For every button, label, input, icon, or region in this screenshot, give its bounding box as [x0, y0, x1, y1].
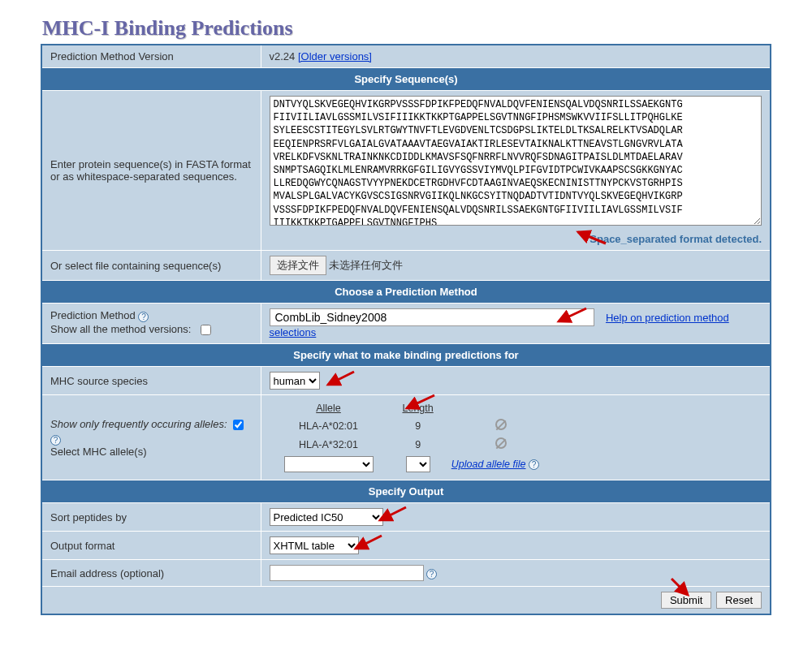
section-method: Choose a Prediction Method [41, 281, 771, 304]
method-label-cell: Prediction Method ? Show all the method … [41, 304, 261, 344]
email-cell: ? [261, 560, 771, 587]
show-versions-checkbox[interactable] [201, 325, 211, 335]
file-status: 未选择任何文件 [329, 259, 403, 271]
allele-data-row: HLA-A*32:01 9 [270, 435, 554, 454]
red-arrow-icon [377, 506, 408, 523]
section-binding: Specify what to make binding predictions… [41, 344, 771, 367]
older-versions-link[interactable]: [Older versions] [298, 50, 372, 62]
sort-label: Sort peptides by [41, 503, 261, 532]
length-cell: 9 [388, 435, 448, 454]
red-arrow-icon [404, 394, 436, 411]
sort-select[interactable]: Predicted IC50 [270, 508, 383, 526]
format-select[interactable]: XHTML table [270, 536, 359, 554]
section-binding-label: Specify what to make binding predictions… [41, 344, 771, 367]
section-method-label: Choose a Prediction Method [41, 281, 771, 304]
show-versions-label: Show all the method versions: [50, 322, 191, 334]
red-arrow-icon [352, 534, 383, 552]
format-label: Output format [41, 532, 261, 560]
help-icon[interactable]: ? [50, 435, 61, 446]
help-icon[interactable]: ? [529, 459, 539, 470]
red-arrow-icon [325, 370, 356, 388]
svg-line-4 [380, 507, 406, 520]
sort-cell: Predicted IC50 [261, 503, 771, 532]
file-choose-button[interactable]: 选择文件 [270, 256, 326, 275]
allele-data-row: HLA-A*02:01 9 [270, 416, 554, 435]
method-value-cell: Help on prediction method selections [261, 304, 771, 344]
allele-row: Show only frequently occuring alleles: ?… [41, 395, 771, 480]
sort-row: Sort peptides by Predicted IC50 [41, 503, 771, 532]
bottom-buttons-cell: Submit Reset [41, 587, 771, 615]
svg-line-0 [578, 232, 606, 243]
svg-line-1 [559, 308, 586, 321]
allele-header[interactable]: Allele [270, 400, 388, 416]
select-allele-label: Select MHC allele(s) [50, 446, 146, 458]
file-select-row: Or select file containing sequence(s) 选择… [41, 251, 771, 281]
freq-allele-checkbox[interactable] [233, 420, 244, 430]
svg-line-3 [407, 395, 434, 408]
species-label: MHC source species [41, 367, 261, 395]
format-cell: XHTML table [261, 532, 771, 560]
sequence-textarea[interactable] [270, 96, 762, 226]
svg-line-5 [356, 536, 382, 549]
version-value-cell: v2.24 [Older versions] [261, 45, 771, 68]
section-output-label: Specify Output [41, 480, 771, 503]
red-arrow-icon [575, 229, 607, 245]
species-cell: human [261, 367, 771, 395]
species-select[interactable]: human [270, 372, 320, 390]
help-icon[interactable]: ? [426, 569, 437, 579]
sequence-input-cell: Space_separated format detected. [261, 91, 771, 251]
help-icon[interactable]: ? [138, 312, 149, 322]
section-sequences-label: Specify Sequence(s) [41, 68, 771, 91]
buttons-row: Submit Reset [41, 587, 771, 615]
version-label: Prediction Method Version [41, 45, 261, 68]
main-form-table: Prediction Method Version v2.24 [Older v… [41, 44, 771, 615]
length-add-select[interactable] [406, 456, 430, 472]
method-row: Prediction Method ? Show all the method … [41, 304, 771, 344]
red-arrow-icon [555, 307, 588, 325]
format-detected-message: Space_separated format detected. [270, 228, 762, 245]
length-cell: 9 [388, 416, 448, 435]
remove-icon[interactable] [495, 419, 507, 430]
allele-value-cell: Allele Length HLA-A*02:01 9 HLA-A*32:01 … [261, 395, 771, 480]
species-row: MHC source species human [41, 367, 771, 395]
sequence-label: Enter protein sequence(s) in FASTA forma… [41, 91, 261, 251]
version-row: Prediction Method Version v2.24 [Older v… [41, 45, 771, 68]
freq-allele-label: Show only frequently occuring alleles: [50, 418, 227, 430]
section-output: Specify Output [41, 480, 771, 503]
method-label: Prediction Method [50, 309, 136, 321]
allele-label-cell: Show only frequently occuring alleles: ?… [41, 395, 261, 480]
sequence-input-row: Enter protein sequence(s) in FASTA forma… [41, 91, 771, 251]
red-arrow-icon [670, 577, 693, 598]
page-title: MHC-I Binding Predictions [42, 16, 771, 41]
allele-add-select[interactable] [284, 456, 374, 472]
svg-line-2 [328, 372, 354, 385]
svg-line-6 [672, 579, 688, 595]
section-sequences: Specify Sequence(s) [41, 68, 771, 91]
email-row: Email address (optional) ? [41, 560, 771, 587]
reset-button[interactable]: Reset [716, 592, 762, 609]
method-input[interactable] [270, 308, 594, 326]
email-input[interactable] [270, 565, 424, 581]
file-select-label: Or select file containing sequence(s) [41, 251, 261, 281]
email-label: Email address (optional) [41, 560, 261, 587]
upload-allele-link[interactable]: Upload allele file [451, 459, 526, 470]
file-select-cell: 选择文件 未选择任何文件 [261, 251, 771, 281]
format-row: Output format XHTML table [41, 532, 771, 560]
version-value: v2.24 [270, 50, 296, 62]
allele-cell: HLA-A*02:01 [270, 416, 388, 435]
allele-cell: HLA-A*32:01 [270, 435, 388, 454]
remove-icon[interactable] [495, 437, 507, 449]
